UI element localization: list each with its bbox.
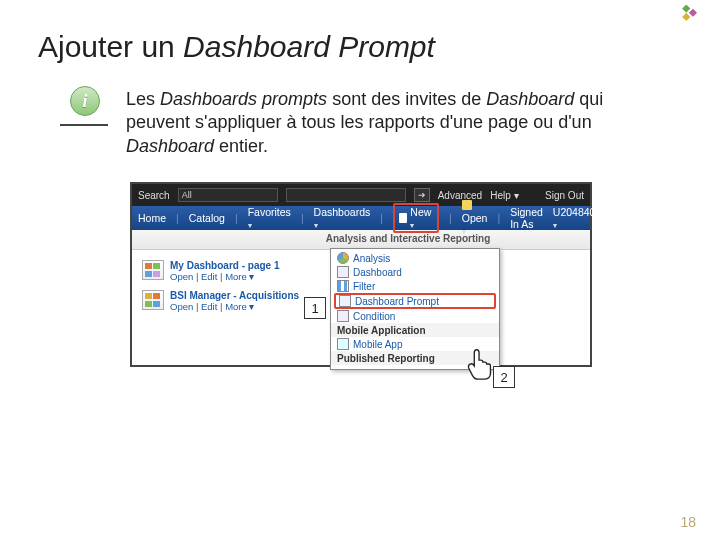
- edit-link[interactable]: Edit: [201, 301, 217, 312]
- menu-item-condition[interactable]: Condition: [331, 309, 499, 323]
- dashboard-actions: Open | Edit | More ▾: [170, 271, 279, 282]
- search-go-button[interactable]: ➜: [414, 188, 430, 202]
- section-heading: Analysis and Interactive Reporting: [132, 230, 590, 250]
- menu-item-dashboard[interactable]: Dashboard: [331, 265, 499, 279]
- intro-text: Les Dashboards prompts sont des invites …: [126, 88, 626, 158]
- nav-dashboards[interactable]: Dashboards: [314, 206, 371, 230]
- mobile-icon: [337, 338, 349, 350]
- dashboard-link[interactable]: My Dashboard - page 1: [170, 260, 279, 271]
- open-link[interactable]: Open: [170, 301, 193, 312]
- search-scope-dropdown[interactable]: All: [178, 188, 278, 202]
- nav-catalog[interactable]: Catalog: [189, 212, 225, 224]
- corner-logo: [680, 4, 700, 24]
- user-menu[interactable]: U204840: [553, 206, 596, 230]
- dashboard-link[interactable]: BSI Manager - Acquisitions: [170, 290, 299, 301]
- advanced-link[interactable]: Advanced: [438, 190, 482, 201]
- open-link[interactable]: Open: [170, 271, 193, 282]
- dashboard-icon: [142, 290, 164, 310]
- signed-in-as: Signed In As: [510, 206, 543, 230]
- menu-item-analysis[interactable]: Analysis: [331, 251, 499, 265]
- search-input[interactable]: [286, 188, 406, 202]
- signout-link[interactable]: Sign Out: [545, 190, 584, 201]
- slide-title-prefix: Ajouter un: [38, 30, 183, 63]
- open-icon: [462, 200, 472, 210]
- menu-item-mobile-app[interactable]: Mobile App: [331, 337, 499, 351]
- topbar: Search All ➜ Advanced Help ▾ Sign Out: [132, 184, 590, 206]
- page-number: 18: [680, 514, 696, 530]
- list-item: My Dashboard - page 1 Open | Edit | More…: [142, 260, 322, 282]
- nav-new-button[interactable]: New: [393, 203, 439, 233]
- body-area: My Dashboard - page 1 Open | Edit | More…: [132, 250, 590, 365]
- filter-icon: [337, 280, 349, 292]
- intro-row: i Les Dashboards prompts sont des invite…: [0, 64, 720, 158]
- slide-title-italic: Dashboard Prompt: [183, 30, 435, 63]
- search-label: Search: [138, 190, 170, 201]
- dashboard-actions: Open | Edit | More ▾: [170, 301, 299, 312]
- nav-home[interactable]: Home: [138, 212, 166, 224]
- new-icon: [399, 213, 407, 223]
- more-link[interactable]: More ▾: [225, 271, 254, 282]
- callout-2: 2: [493, 366, 515, 388]
- more-link[interactable]: More ▾: [225, 301, 254, 312]
- screenshot: Search All ➜ Advanced Help ▾ Sign Out Ho…: [130, 182, 592, 367]
- edit-link[interactable]: Edit: [201, 271, 217, 282]
- dashboard-icon: [337, 266, 349, 278]
- nav-open[interactable]: Open: [462, 200, 488, 236]
- new-menu-dropdown: Analysis Dashboard Filter Dashboard Prom…: [330, 248, 500, 370]
- prompt-icon: [339, 295, 351, 307]
- nav-favorites[interactable]: Favorites: [248, 206, 291, 230]
- menu-item-dashboard-prompt[interactable]: Dashboard Prompt: [334, 293, 496, 309]
- slide-title: Ajouter un Dashboard Prompt: [0, 0, 720, 64]
- condition-icon: [337, 310, 349, 322]
- svg-rect-1: [689, 9, 697, 17]
- svg-rect-2: [682, 13, 690, 21]
- info-icon: i: [60, 88, 108, 126]
- info-glyph: i: [70, 86, 100, 116]
- callout-1: 1: [304, 297, 326, 319]
- recent-dashboards: My Dashboard - page 1 Open | Edit | More…: [132, 250, 328, 365]
- list-item: BSI Manager - Acquisitions Open | Edit |…: [142, 290, 322, 312]
- menu-item-filter[interactable]: Filter: [331, 279, 499, 293]
- svg-rect-0: [682, 4, 690, 12]
- dashboard-icon: [142, 260, 164, 280]
- navbar: Home | Catalog | Favorites | Dashboards …: [132, 206, 590, 230]
- menu-heading-mobile: Mobile Application: [331, 323, 499, 337]
- analysis-icon: [337, 252, 349, 264]
- help-menu[interactable]: Help ▾: [490, 190, 518, 201]
- menu-heading-published: Published Reporting: [331, 351, 499, 365]
